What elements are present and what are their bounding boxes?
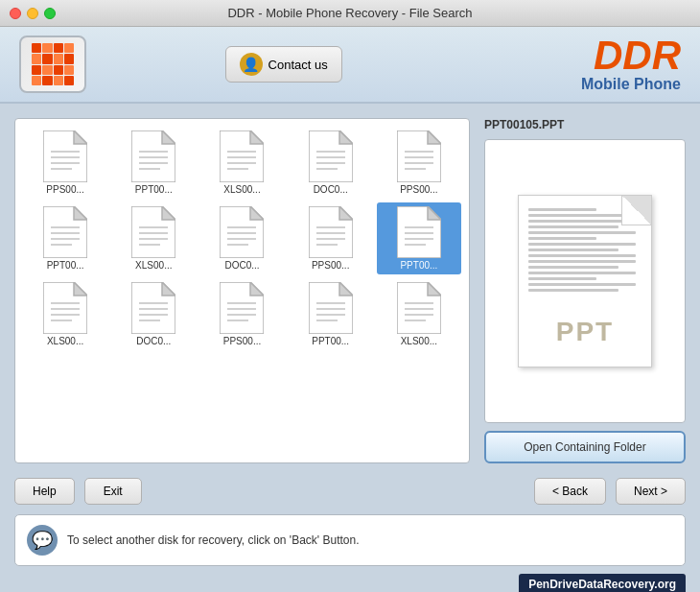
file-item[interactable]: PPS00... [289,202,373,274]
svg-marker-25 [428,130,441,144]
file-item[interactable]: PPS00... [377,127,461,199]
file-item[interactable]: PPT00... [23,202,107,274]
file-item[interactable]: PPT00... [289,278,373,350]
svg-marker-7 [162,130,175,144]
file-item[interactable]: XLS00... [199,127,284,199]
file-icon [309,130,353,182]
contact-icon: 👤 [240,53,263,76]
file-label: XLS00... [47,336,83,346]
preview-document: PPT [518,195,652,367]
file-icon [131,206,175,258]
preview-ppt-label: PPT [556,317,614,347]
file-icon [397,282,441,334]
file-item[interactable]: PPS00... [199,278,284,350]
svg-marker-31 [74,206,87,220]
close-button[interactable] [10,8,21,19]
file-item[interactable]: PPT00... [377,202,461,274]
file-item[interactable]: XLS00... [23,278,107,350]
file-label: XLS00... [401,336,437,346]
file-label: PPS00... [223,336,261,346]
preview-line [528,289,618,292]
file-label: PPT00... [400,260,437,271]
file-item[interactable]: PPS00... [23,127,107,199]
svg-marker-85 [428,282,441,296]
contact-label: Contact us [268,58,328,72]
svg-marker-13 [250,130,264,144]
preview-line [528,214,636,217]
file-item[interactable]: PPT00... [111,127,196,199]
file-item[interactable]: XLS00... [111,202,196,274]
svg-marker-73 [250,282,264,296]
file-label: PPT00... [47,260,84,271]
contact-button[interactable]: 👤 Contact us [225,46,342,83]
header: 👤 Contact us DDR Mobile Phone [0,27,700,104]
preview-line [528,208,596,211]
file-label: DOC0... [136,336,171,346]
file-icon [397,130,441,182]
titlebar-text: DDR - Mobile Phone Recovery - File Searc… [227,6,472,20]
exit-button[interactable]: Exit [84,478,142,505]
logo-grid [32,43,74,85]
file-label: PPS00... [46,184,83,195]
preview-line [528,272,636,274]
file-icon [220,206,264,258]
file-icon [220,282,264,334]
file-icon [43,130,87,182]
file-label: PPT00... [135,184,173,195]
file-panel[interactable]: PPS00... PPT00... XLS00... DOC0... [14,118,470,463]
traffic-lights [10,8,56,19]
back-button[interactable]: < Back [534,478,606,505]
file-icon [131,282,175,334]
preview-box: PPT [484,139,686,423]
svg-marker-37 [162,206,175,220]
file-item[interactable]: DOC0... [289,127,373,199]
file-icon [309,206,353,258]
preview-filename: PPT00105.PPT [484,118,686,131]
preview-line [528,220,636,223]
svg-marker-67 [162,282,175,296]
preview-line [528,254,636,257]
svg-marker-55 [428,206,441,220]
svg-marker-43 [250,206,264,220]
titlebar: DDR - Mobile Phone Recovery - File Searc… [0,0,700,27]
fullscreen-button[interactable] [44,8,56,19]
mobile-text: Mobile Phone [581,76,681,93]
file-label: DOC0... [314,184,348,195]
file-grid: PPS00... PPT00... XLS00... DOC0... [23,127,461,350]
main-content: PPS00... PPT00... XLS00... DOC0... [0,104,700,478]
file-item[interactable]: XLS00... [377,278,461,350]
svg-marker-79 [339,282,353,296]
svg-marker-49 [339,206,353,220]
preview-line [528,260,636,263]
file-icon [309,282,353,334]
file-icon [43,282,87,334]
file-icon [397,206,441,258]
logo-box [19,36,86,93]
preview-lines [519,201,651,301]
info-text: To select another disk for recovery, cli… [67,533,360,547]
file-icon [131,130,175,182]
file-icon [220,130,264,182]
footer-watermark: PenDriveDataRecovery.org [0,574,686,592]
bottom-controls: Help Exit < Back Next > [0,478,700,514]
file-item[interactable]: DOC0... [111,278,196,350]
file-label: PPT00... [312,336,349,346]
svg-marker-1 [74,130,87,144]
svg-marker-61 [74,282,87,296]
file-item[interactable]: DOC0... [199,202,284,274]
help-button[interactable]: Help [14,478,75,505]
info-bar: 💬 To select another disk for recovery, c… [14,514,686,566]
open-folder-button[interactable]: Open Containing Folder [484,431,686,463]
preview-line [528,277,596,280]
file-label: PPS00... [312,260,349,271]
preview-line [528,283,636,286]
preview-line [528,249,618,251]
file-label: XLS00... [135,260,172,271]
file-label: DOC0... [224,260,259,271]
preview-line [528,237,596,240]
file-label: PPS00... [400,184,437,195]
next-button[interactable]: Next > [616,478,686,505]
watermark-text: PenDriveDataRecovery.org [519,574,686,592]
minimize-button[interactable] [27,8,38,19]
svg-marker-19 [339,130,353,144]
